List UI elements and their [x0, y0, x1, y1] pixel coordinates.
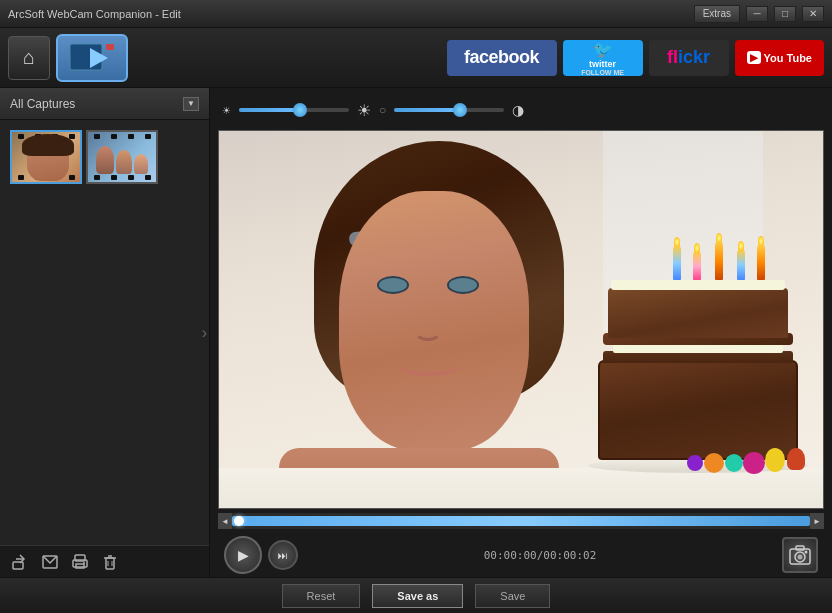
camera-icon — [789, 545, 811, 565]
video-display — [218, 130, 824, 509]
home-icon: ⌂ — [23, 46, 35, 69]
video-scene — [219, 131, 823, 508]
facebook-button[interactable]: facebook — [447, 40, 557, 76]
svg-rect-3 — [13, 562, 23, 569]
play-icon: ▶ — [238, 547, 249, 563]
youtube-label: You Tube — [764, 52, 812, 64]
thumbnail-2[interactable] — [86, 130, 158, 184]
close-button[interactable]: ✕ — [802, 6, 824, 22]
saveas-button[interactable]: Save as — [372, 584, 463, 608]
timeline-track[interactable] — [232, 516, 810, 526]
sliders-row: ☀ ☀ ○ ◑ — [218, 96, 824, 124]
controls-row: ▶ ⏭ 00:00:00/00:00:02 — [218, 533, 824, 577]
brightness-small-icon: ☀ — [222, 105, 231, 116]
bottom-bar: Reset Save as Save — [0, 577, 832, 613]
thumbnail-1[interactable] — [10, 130, 82, 184]
play-button[interactable]: ▶ — [224, 536, 262, 574]
arrow-right-icon: ► — [813, 517, 821, 526]
maximize-button[interactable]: □ — [774, 6, 796, 22]
svg-point-17 — [798, 555, 803, 560]
timeline-left-arrow[interactable]: ◄ — [218, 513, 232, 529]
playback-bar: ◄ ► — [218, 513, 824, 529]
left-panel: All Captures ▼ — [0, 88, 210, 577]
youtube-icon: ▶ — [747, 51, 761, 64]
titlebar: ArcSoft WebCam Companion - Edit Extras ─… — [0, 0, 832, 28]
reset-button[interactable]: Reset — [282, 584, 361, 608]
svg-rect-18 — [796, 546, 804, 550]
twitter-label: twitter — [589, 59, 616, 69]
twitter-bird-icon: 🐦 — [593, 40, 613, 59]
youtube-button[interactable]: ▶ You Tube — [735, 40, 824, 76]
home-button[interactable]: ⌂ — [8, 36, 50, 80]
svg-point-9 — [83, 562, 85, 564]
scroll-indicator: › — [202, 324, 207, 342]
print-icon[interactable] — [70, 552, 90, 572]
skip-icon: ⏭ — [278, 550, 288, 561]
time-display: 00:00:00/00:00:02 — [304, 549, 776, 562]
toolbar: ⌂ facebook 🐦 twitter FOLLOW ME flickr ▶ … — [0, 28, 832, 88]
captures-header: All Captures ▼ — [0, 88, 209, 120]
captures-dropdown[interactable]: ▼ — [183, 97, 199, 111]
extras-button[interactable]: Extras — [694, 5, 740, 23]
thumbnails-area — [0, 120, 209, 545]
contrast-full-icon: ◑ — [512, 102, 524, 118]
svg-rect-10 — [106, 558, 114, 569]
main-content: All Captures ▼ — [0, 88, 832, 577]
save-button[interactable]: Save — [475, 584, 550, 608]
brightness-slider[interactable] — [239, 108, 349, 112]
minimize-button[interactable]: ─ — [746, 6, 768, 22]
svg-rect-8 — [76, 564, 84, 568]
contrast-slider[interactable] — [394, 108, 504, 112]
right-panel: ☀ ☀ ○ ◑ — [210, 88, 832, 577]
snapshot-button[interactable] — [782, 537, 818, 573]
edit-button[interactable] — [56, 34, 128, 82]
captures-title: All Captures — [10, 97, 75, 111]
flickr-label: flickr — [667, 47, 710, 68]
svg-point-19 — [805, 551, 808, 554]
email-icon[interactable] — [40, 552, 60, 572]
chevron-down-icon: ▼ — [187, 99, 195, 108]
facebook-label: facebook — [464, 47, 539, 68]
twitter-button[interactable]: 🐦 twitter FOLLOW ME — [563, 40, 643, 76]
contrast-empty-icon: ○ — [379, 103, 386, 117]
left-panel-controls — [0, 545, 209, 577]
twitter-sub-label: FOLLOW ME — [581, 69, 624, 76]
svg-rect-2 — [106, 44, 114, 50]
delete-icon[interactable] — [100, 552, 120, 572]
skip-to-end-button[interactable]: ⏭ — [268, 540, 298, 570]
window-title: ArcSoft WebCam Companion - Edit — [8, 8, 181, 20]
brightness-large-icon: ☀ — [357, 101, 371, 120]
flickr-button[interactable]: flickr — [649, 40, 729, 76]
edit-icon — [68, 40, 116, 76]
export-icon[interactable] — [10, 552, 30, 572]
timeline-right-arrow[interactable]: ► — [810, 513, 824, 529]
arrow-left-icon: ◄ — [221, 517, 229, 526]
